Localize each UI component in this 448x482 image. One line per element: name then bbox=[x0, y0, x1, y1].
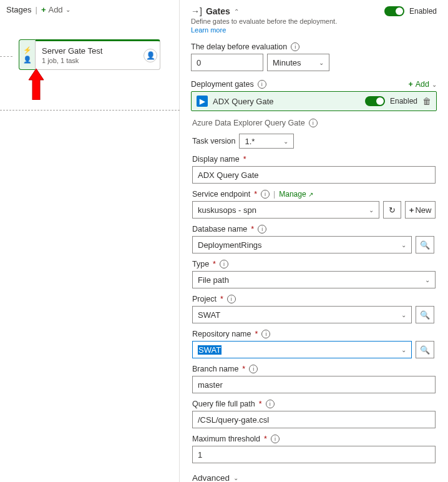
project-group: Project* i SWAT ⌄ 🔍 bbox=[192, 295, 436, 323]
delay-row: Minutes ⌄ bbox=[191, 54, 437, 71]
type-group: Type* i File path ⌄ bbox=[192, 260, 436, 288]
database-label: Database name bbox=[192, 225, 247, 234]
chevron-down-icon: ⌄ bbox=[401, 347, 406, 353]
new-service-endpoint-button[interactable]: + New bbox=[405, 201, 436, 219]
pre-deploy-conditions-button[interactable]: ⚡ 👤 bbox=[19, 39, 35, 70]
info-icon[interactable]: i bbox=[291, 42, 299, 51]
chevron-down-icon: ⌄ bbox=[401, 242, 406, 248]
search-button[interactable]: 🔍 bbox=[416, 341, 434, 358]
bolt-icon: ⚡ bbox=[23, 46, 32, 54]
manage-link[interactable]: Manage ↗ bbox=[279, 190, 313, 199]
delay-unit-value: Minutes bbox=[273, 58, 301, 67]
project-label: Project bbox=[192, 295, 217, 303]
chevron-down-icon: ⌄ bbox=[401, 312, 406, 318]
delay-label-row: The delay before evaluation i bbox=[191, 42, 437, 51]
display-name-input[interactable] bbox=[192, 166, 436, 184]
repo-group: Repository name* i SWAT ⌄ 🔍 bbox=[192, 330, 436, 358]
repo-label: Repository name bbox=[192, 330, 251, 338]
stage-body[interactable]: Server Gate Test 1 job, 1 task 👤 bbox=[35, 39, 160, 70]
gates-toggle-wrap: Enabled bbox=[384, 6, 437, 16]
gate-form-subtitle: Azure Data Explorer Query Gate bbox=[192, 119, 305, 127]
svg-marker-0 bbox=[29, 69, 44, 100]
task-version-value: 1.* bbox=[245, 137, 255, 146]
branch-group: Branch name* i bbox=[192, 365, 436, 393]
threshold-input[interactable] bbox=[192, 446, 436, 463]
advanced-section-toggle[interactable]: Advanced ⌄ bbox=[192, 473, 436, 482]
chevron-up-icon: ⌃ bbox=[234, 8, 239, 15]
info-icon[interactable]: i bbox=[258, 80, 266, 89]
dg-label-row: Deployment gates i bbox=[191, 80, 266, 89]
task-version-select[interactable]: 1.* ⌄ bbox=[239, 134, 294, 149]
delete-gate-button[interactable]: 🗑 bbox=[422, 96, 431, 106]
branch-label: Branch name bbox=[192, 365, 238, 373]
search-button[interactable]: 🔍 bbox=[416, 236, 434, 253]
queryfile-label: Query file full path bbox=[192, 400, 255, 408]
delay-section: The delay before evaluation i Minutes ⌄ bbox=[191, 42, 437, 71]
refresh-button[interactable]: ↻ bbox=[383, 201, 401, 219]
gate-item-enabled-label: Enabled bbox=[390, 97, 417, 106]
gate-item-left: ▶ ADX Query Gate bbox=[197, 96, 274, 107]
search-button[interactable]: 🔍 bbox=[416, 306, 434, 323]
connector-bottom bbox=[0, 110, 180, 111]
chevron-down-icon: ⌄ bbox=[66, 6, 71, 13]
database-value: DeploymentRings bbox=[198, 240, 262, 250]
plus-icon: + bbox=[41, 5, 46, 14]
plus-icon: + bbox=[408, 80, 412, 89]
stage-card[interactable]: ⚡ 👤 Server Gate Test 1 job, 1 task 👤 bbox=[19, 39, 160, 70]
info-icon[interactable]: i bbox=[266, 400, 275, 408]
project-value: SWAT bbox=[198, 310, 220, 320]
add-stage-button[interactable]: + Add ⌄ bbox=[41, 5, 71, 14]
info-icon[interactable]: i bbox=[258, 225, 266, 234]
gate-badge-icon: ▶ bbox=[197, 96, 208, 107]
stages-header: Stages | + Add ⌄ bbox=[6, 5, 173, 14]
connector-line bbox=[0, 56, 12, 57]
deploy-gates-label: Deployment gates bbox=[191, 80, 254, 89]
type-value: File path bbox=[198, 275, 229, 285]
deploy-gates-row: Deployment gates i + Add ⌄ bbox=[191, 80, 437, 89]
database-select[interactable]: DeploymentRings ⌄ bbox=[192, 236, 412, 253]
add-label: Add bbox=[48, 5, 62, 14]
task-version-row: Task version 1.* ⌄ bbox=[192, 134, 436, 149]
info-icon[interactable]: i bbox=[227, 295, 236, 303]
learn-more-link[interactable]: Learn more bbox=[191, 26, 437, 34]
gates-enabled-toggle[interactable] bbox=[384, 6, 404, 16]
info-icon[interactable]: i bbox=[261, 190, 270, 199]
repo-value: SWAT bbox=[198, 345, 222, 355]
gate-form: Azure Data Explorer Query Gate i Task ve… bbox=[191, 111, 437, 482]
display-name-group: Display name* bbox=[192, 155, 436, 184]
post-deploy-approver-button[interactable]: 👤 bbox=[144, 49, 157, 62]
info-icon[interactable]: i bbox=[309, 119, 318, 127]
info-icon[interactable]: i bbox=[249, 365, 258, 373]
info-icon[interactable]: i bbox=[271, 435, 280, 443]
gate-item-enabled-toggle[interactable] bbox=[365, 96, 385, 106]
person-icon: 👤 bbox=[23, 56, 32, 64]
branch-input[interactable] bbox=[192, 376, 436, 393]
chevron-down-icon: ⌄ bbox=[233, 475, 238, 481]
gates-pane: →] Gates ⌃ Enabled Define gates to evalu… bbox=[180, 0, 448, 482]
delay-value-input[interactable] bbox=[191, 54, 263, 71]
chevron-down-icon: ⌄ bbox=[369, 207, 374, 214]
delay-unit-select[interactable]: Minutes ⌄ bbox=[267, 54, 329, 71]
threshold-label: Maximum threshold bbox=[192, 435, 260, 443]
service-endpoint-value: kuskusops - spn bbox=[198, 205, 256, 215]
stage-name: Server Gate Test bbox=[42, 46, 153, 56]
info-icon[interactable]: i bbox=[261, 330, 270, 338]
repo-select[interactable]: SWAT ⌄ bbox=[192, 341, 412, 358]
service-endpoint-select[interactable]: kuskusops - spn ⌄ bbox=[192, 201, 379, 219]
queryfile-input[interactable] bbox=[192, 411, 436, 428]
info-icon[interactable]: i bbox=[220, 260, 228, 268]
person-outline-icon: 👤 bbox=[146, 51, 155, 60]
annotation-arrow bbox=[25, 69, 47, 102]
type-label: Type bbox=[192, 260, 209, 268]
gates-header-row: →] Gates ⌃ Enabled bbox=[191, 6, 437, 16]
project-select[interactable]: SWAT ⌄ bbox=[192, 306, 412, 323]
divider: | bbox=[35, 5, 37, 14]
gate-item[interactable]: ▶ ADX Query Gate Enabled 🗑 bbox=[191, 91, 437, 111]
task-version-label: Task version bbox=[192, 137, 235, 145]
add-gate-label: Add bbox=[416, 80, 429, 89]
display-name-label: Display name bbox=[192, 155, 240, 164]
type-select[interactable]: File path ⌄ bbox=[192, 271, 436, 288]
gates-header-left[interactable]: →] Gates ⌃ bbox=[191, 6, 239, 16]
service-endpoint-label: Service endpoint bbox=[192, 190, 250, 199]
add-gate-button[interactable]: + Add ⌄ bbox=[408, 80, 437, 89]
